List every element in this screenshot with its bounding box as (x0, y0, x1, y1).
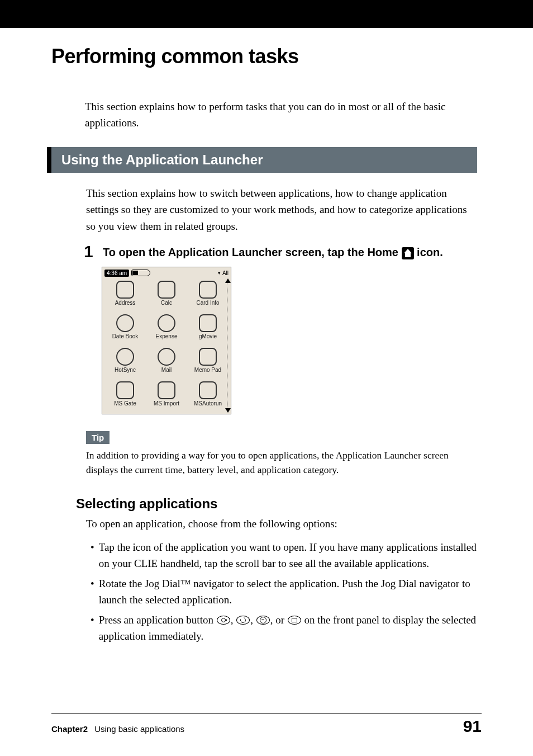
app-icon (116, 314, 134, 332)
screenshot-topbar: 4:36 am All (102, 267, 231, 278)
page-title: Performing common tasks (51, 45, 477, 68)
bullet-list: • Tap the icon of the application you wa… (91, 540, 477, 644)
app-label: Address (115, 300, 136, 306)
section-intro-paragraph: This section explains how to switch betw… (86, 185, 477, 234)
app-icon (158, 281, 175, 299)
bullet-icon: • (91, 612, 94, 644)
footer-left: Chapter2 Using basic applications (51, 724, 184, 734)
page-footer: Chapter2 Using basic applications 91 (51, 717, 482, 736)
top-black-bar (0, 0, 533, 28)
tip-text: In addition to providing a way for you t… (86, 448, 477, 477)
section-heading-banner: Using the Application Launcher (47, 147, 477, 173)
step-1: 1 To open the Application Launcher scree… (84, 244, 477, 260)
app-item: MS Import (146, 381, 187, 414)
bullet-text: Rotate the Jog Dial™ navigator to select… (99, 576, 477, 608)
app-label: gMovie (199, 333, 217, 339)
screenshot-category: All (218, 270, 229, 276)
app-label: Calc (161, 300, 172, 306)
step-text-before: To open the Application Launcher screen,… (103, 246, 402, 258)
screenshot-scrollbar (227, 280, 230, 412)
app-icon (158, 314, 175, 332)
screenshot-time: 4:36 am (104, 270, 129, 277)
app-item: MS Gate (104, 381, 146, 414)
app-label: Expense (156, 333, 178, 339)
app-icon (158, 381, 175, 399)
app-icon (158, 348, 175, 366)
app-item: Memo Pad (187, 348, 229, 380)
app-label: MS Import (154, 400, 179, 407)
footer-chapter-title: Using basic applications (94, 724, 184, 734)
bullet3-mid: , or (270, 614, 287, 626)
bullet-icon: • (91, 576, 94, 608)
launcher-screenshot: 4:36 am All Address Calc Card Info Date … (102, 267, 231, 414)
screenshot-app-grid: Address Calc Card Info Date Book Expense… (102, 278, 231, 413)
app-item: HotSync (104, 348, 146, 380)
footer-page-number: 91 (463, 717, 482, 736)
app-label: MS Gate (114, 400, 136, 407)
app-label: MSAutorun (194, 400, 222, 407)
battery-icon (131, 270, 150, 276)
app-item: gMovie (187, 314, 229, 347)
list-item: • Tap the icon of the application you wa… (91, 540, 477, 571)
app-item: Expense (146, 314, 187, 347)
datebook-button-icon (217, 616, 230, 625)
app-icon (199, 314, 217, 332)
app-label: Date Book (112, 333, 139, 339)
home-icon (402, 247, 414, 259)
app-icon (116, 348, 134, 366)
footer-chapter: Chapter2 (51, 724, 88, 734)
address-button-icon (236, 616, 250, 625)
app-item: Card Info (187, 281, 229, 313)
app-item: Mail (146, 348, 187, 380)
app-icon (116, 281, 134, 299)
subheading-selecting-apps: Selecting applications (76, 496, 477, 512)
footer-rule (51, 714, 482, 714)
tip-label: Tip (86, 431, 110, 444)
app-item: Calc (146, 281, 187, 313)
list-item: • Press an application button , , , or o… (91, 612, 477, 644)
app-label: Mail (161, 367, 172, 373)
bullet3-pre: Press an application button (99, 614, 216, 626)
app-item: Date Book (104, 314, 146, 347)
app-icon (199, 281, 217, 299)
list-item: • Rotate the Jog Dial™ navigator to sele… (91, 576, 477, 608)
app-label: Card Info (196, 300, 219, 306)
app-icon (116, 381, 134, 399)
sub-intro: To open an application, choose from the … (86, 516, 477, 532)
app-label: Memo Pad (194, 367, 221, 373)
app-label: HotSync (115, 367, 136, 373)
app-item: Address (104, 281, 146, 313)
step-number: 1 (84, 243, 95, 260)
step-text-after: icon. (414, 246, 443, 258)
bullet-text: Tap the icon of the application you want… (99, 540, 477, 571)
app-item: MSAutorun (187, 381, 229, 414)
step-text: To open the Application Launcher screen,… (103, 244, 443, 260)
intro-paragraph: This section explains how to perform tas… (85, 98, 477, 131)
bullet-icon: • (91, 540, 94, 571)
app-icon (199, 348, 217, 366)
todo-button-icon (256, 616, 270, 625)
memo-button-icon (288, 616, 301, 625)
app-icon (199, 381, 217, 399)
bullet-text: Press an application button , , , or on … (99, 612, 477, 644)
